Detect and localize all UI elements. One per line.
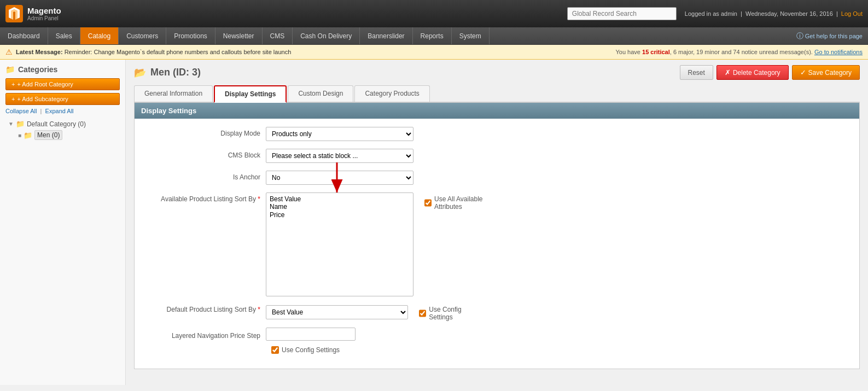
is-anchor-row: Is Anchor No Yes — [145, 171, 848, 186]
layered-nav-input[interactable] — [266, 328, 356, 341]
cms-block-control: Please select a static block ... — [266, 149, 485, 163]
display-mode-select[interactable]: Products only Static block only Static b… — [266, 127, 413, 141]
add-subcategory-button[interactable]: + + Add Subcategory — [5, 93, 120, 105]
tabs: General Information Display Settings Cus… — [134, 85, 860, 103]
cms-block-label: CMS Block — [145, 149, 266, 159]
nav-item-cash-on-delivery[interactable]: Cash On Delivery — [293, 27, 360, 44]
use-config-settings-label: Use Config Settings — [429, 306, 485, 321]
tree-root-row: ▼ 📁 Default Category (0) — [8, 119, 120, 129]
folder-icon-child: 📁 — [24, 131, 32, 139]
layered-nav-checkbox-row: Use Config Settings — [266, 343, 340, 354]
warning-icon: ⚠ — [5, 48, 13, 56]
tree-child-label[interactable]: Men (0) — [34, 130, 62, 140]
multiselect-wrapper: Best Value Name Price — [266, 192, 413, 296]
nav-item-customers[interactable]: Customers — [119, 27, 166, 44]
category-tree: ▼ 📁 Default Category (0) ■ 📁 Men (0) — [8, 119, 120, 141]
nav-item-system[interactable]: System — [452, 27, 490, 44]
tab-custom-design[interactable]: Custom Design — [288, 85, 353, 102]
nav-item-reports[interactable]: Reports — [413, 27, 452, 44]
notifications-link[interactable]: Go to notifications — [814, 49, 863, 55]
default-sort-row: Default Product Listing Sort By * Best V… — [145, 303, 848, 321]
form-body: Display Mode Products only Static block … — [135, 119, 859, 369]
use-all-attributes-label: Use All Available Attributes — [434, 195, 485, 211]
layered-nav-label: Layered Navigation Price Step — [145, 329, 266, 340]
save-icon: ✓ — [800, 68, 806, 77]
help-link[interactable]: ⓘ Get help for this page — [796, 31, 863, 41]
tree-child-expand-icon[interactable]: ■ — [18, 132, 21, 138]
header-info: Logged in as admin | Wednesday, November… — [685, 10, 863, 17]
sidebar: 📁 Categories + + Add Root Category + + A… — [0, 60, 126, 385]
section-header: Display Settings — [135, 103, 859, 119]
tree-root-label[interactable]: Default Category (0) — [27, 120, 86, 128]
delete-category-button[interactable]: ✗ Delete Category — [716, 65, 789, 80]
display-mode-control: Products only Static block only Static b… — [266, 127, 485, 141]
collapse-links: Collapse All | Expand All — [5, 108, 120, 114]
sort-option-best-value[interactable]: Best Value — [270, 195, 410, 203]
content-area: 📂 Men (ID: 3) Reset ✗ Delete Category ✓ … — [126, 60, 868, 385]
message-bar: ⚠ Latest Message: Reminder: Change Magen… — [0, 45, 868, 60]
plus-icon-sub: + — [11, 96, 15, 102]
layered-nav-row: Layered Navigation Price Step Use Config… — [145, 328, 848, 354]
use-all-attributes-checkbox[interactable] — [424, 199, 432, 207]
delete-icon: ✗ — [725, 68, 731, 77]
is-anchor-control: No Yes — [266, 171, 485, 185]
default-sort-label: Default Product Listing Sort By * — [145, 303, 266, 313]
tab-display-settings[interactable]: Display Settings — [214, 85, 287, 103]
default-sort-select[interactable]: Best Value Name Price — [266, 305, 408, 319]
sort-option-price[interactable]: Price — [270, 211, 410, 219]
available-sort-row: Available Product Listing Sort By * — [145, 192, 848, 296]
categories-icon: 📁 — [5, 65, 15, 74]
logo-text-area: Magento Admin Panel — [27, 6, 61, 21]
sort-option-name[interactable]: Name — [270, 203, 410, 211]
nav-bar: Dashboard Sales Catalog Customers Promot… — [0, 27, 868, 45]
cms-block-select[interactable]: Please select a static block ... — [266, 149, 413, 163]
tab-general-information[interactable]: General Information — [134, 85, 213, 102]
nav-item-cms[interactable]: CMS — [263, 27, 293, 44]
use-config-settings-checkbox[interactable] — [419, 310, 426, 317]
header-right: Logged in as admin | Wednesday, November… — [567, 7, 863, 20]
use-all-attributes-row: Use All Available Attributes — [424, 192, 485, 211]
critical-count: 15 critical — [642, 49, 670, 55]
folder-icon-root: 📁 — [16, 120, 25, 128]
required-indicator2: * — [258, 306, 260, 313]
nav-item-bannerslider[interactable]: Bannerslider — [360, 27, 412, 44]
display-mode-row: Display Mode Products only Static block … — [145, 127, 848, 142]
nav-item-newsletter[interactable]: Newsletter — [215, 27, 263, 44]
header-buttons: Reset ✗ Delete Category ✓ Save Category — [680, 65, 860, 80]
layered-nav-control — [266, 328, 356, 341]
nav-item-catalog[interactable]: Catalog — [80, 27, 119, 44]
magento-logo-icon — [5, 5, 23, 22]
expand-all-link[interactable]: Expand All — [45, 108, 74, 114]
save-category-button[interactable]: ✓ Save Category — [792, 65, 860, 80]
reset-button[interactable]: Reset — [680, 65, 713, 80]
collapse-all-link[interactable]: Collapse All — [5, 108, 37, 114]
nav-item-promotions[interactable]: Promotions — [166, 27, 215, 44]
tree-expand-icon[interactable]: ▼ — [8, 121, 14, 127]
add-root-category-button[interactable]: + + Add Root Category — [5, 78, 120, 90]
available-sort-multiselect[interactable]: Best Value Name Price — [266, 192, 413, 296]
nav-item-sales[interactable]: Sales — [48, 27, 80, 44]
use-config-settings-row: Use Config Settings — [419, 303, 485, 321]
nav-help: ⓘ Get help for this page — [796, 27, 868, 44]
default-sort-control: Best Value Name Price Use Config Setting… — [266, 303, 485, 321]
layered-nav-config-label: Use Config Settings — [282, 346, 340, 354]
page-header: 📂 Men (ID: 3) Reset ✗ Delete Category ✓ … — [134, 65, 860, 80]
top-header: Magento Admin Panel Logged in as admin |… — [0, 0, 868, 27]
required-indicator: * — [258, 195, 260, 203]
is-anchor-select[interactable]: No Yes — [266, 171, 413, 185]
logo-title: Magento — [27, 6, 61, 15]
layered-nav-config-checkbox[interactable] — [271, 346, 279, 354]
global-search-input[interactable] — [567, 7, 677, 20]
tree-child: ■ 📁 Men (0) — [18, 129, 120, 141]
available-sort-control: Best Value Name Price Use All Available … — [266, 192, 485, 296]
logo-subtitle: Admin Panel — [27, 15, 61, 21]
main-layout: 📁 Categories + + Add Root Category + + A… — [0, 60, 868, 385]
form-section: Display Settings Display Mode Products o… — [134, 103, 860, 369]
page-title-icon: 📂 — [134, 67, 146, 79]
tab-category-products[interactable]: Category Products — [354, 85, 429, 102]
tree-child-row: ■ 📁 Men (0) — [18, 129, 120, 141]
nav-item-dashboard[interactable]: Dashboard — [0, 27, 48, 44]
plus-icon: + — [11, 81, 15, 87]
logout-link[interactable]: Log Out — [841, 10, 863, 17]
layered-nav-inner: Layered Navigation Price Step — [145, 328, 356, 341]
